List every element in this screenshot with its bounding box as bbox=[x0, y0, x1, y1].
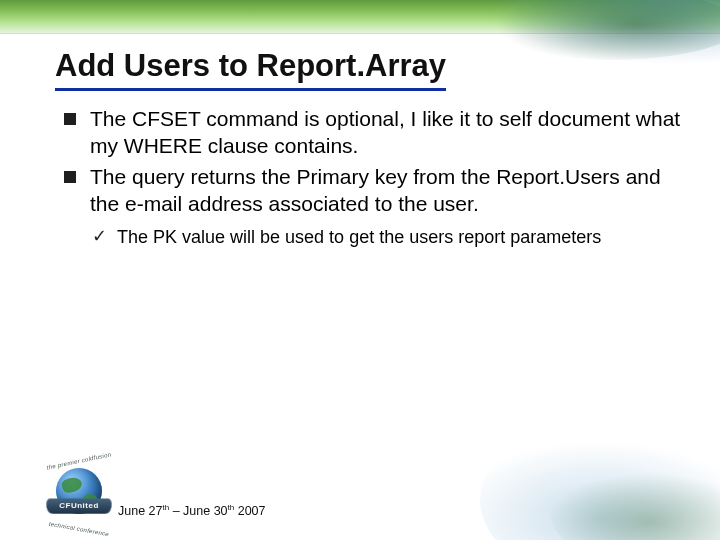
slide-title: Add Users to Report.Array bbox=[55, 48, 446, 91]
logo-arc-bottom: technical conference bbox=[44, 520, 114, 538]
logo-ribbon: CFUnited bbox=[45, 499, 113, 514]
sub-bullet-text: The PK value will be used to get the use… bbox=[117, 226, 601, 249]
footer-date: June 27th – June 30th 2007 bbox=[118, 503, 266, 518]
square-bullet-icon bbox=[64, 113, 76, 125]
bullet-item: The CFSET command is optional, I like it… bbox=[64, 106, 684, 160]
slide-body: The CFSET command is optional, I like it… bbox=[64, 106, 684, 248]
sub-bullet-item: ✓ The PK value will be used to get the u… bbox=[92, 226, 684, 249]
checkmark-icon: ✓ bbox=[92, 226, 107, 248]
bullet-text: The CFSET command is optional, I like it… bbox=[90, 106, 684, 160]
cfunited-logo: the premier coldfusion CFUnited technica… bbox=[44, 458, 114, 528]
top-banner bbox=[0, 0, 720, 34]
slide: Add Users to Report.Array The CFSET comm… bbox=[0, 0, 720, 540]
bullet-item: The query returns the Primary key from t… bbox=[64, 164, 684, 218]
square-bullet-icon bbox=[64, 171, 76, 183]
bullet-text: The query returns the Primary key from t… bbox=[90, 164, 684, 218]
